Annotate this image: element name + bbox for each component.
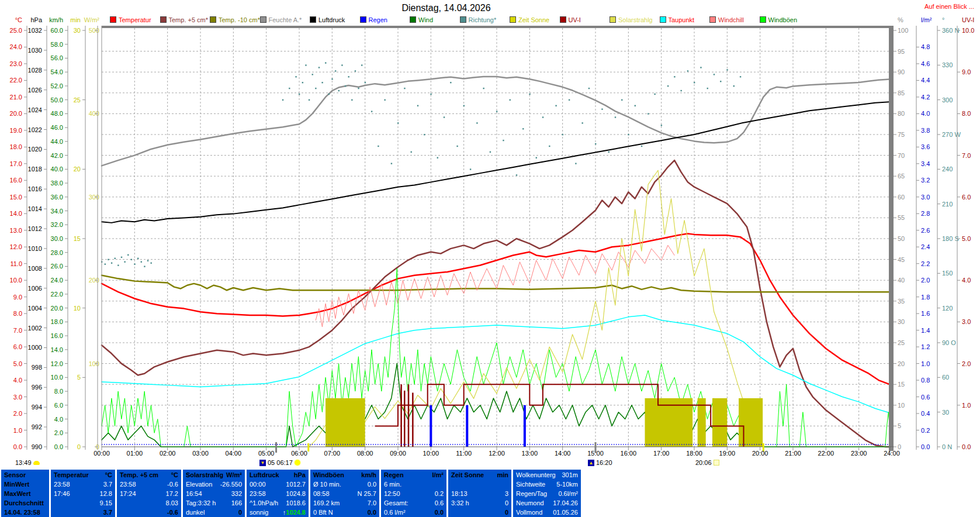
- table-row: 0 Bft N0.0: [310, 508, 379, 517]
- table-cell-value: 0.0: [368, 481, 376, 488]
- table-row: LuftdruckhPa: [247, 470, 309, 480]
- x-axis-hour-label: 24:00: [884, 450, 900, 457]
- table-row: MaxWert: [1, 489, 49, 498]
- table-row: Regenl/m²: [381, 470, 446, 480]
- table-row: 23:583.7: [51, 480, 115, 489]
- table-cell: 23:58: [120, 480, 136, 489]
- x-axis-hour-label: 23:00: [851, 450, 867, 457]
- x-axis-hour-label: 14:00: [555, 450, 571, 457]
- sunset-outline-icon: [714, 460, 719, 466]
- weather-station-day-view: Dienstag, 14.04.2026 Auf einen Blick ...…: [0, 0, 980, 517]
- sun-cloud-icon: [33, 461, 40, 465]
- table-cell: Solarstrahlg: [186, 470, 223, 480]
- table-row: 6 min.: [381, 480, 446, 489]
- moonrise-icon: ▲: [588, 460, 594, 466]
- x-axis-hour-label: 21:00: [785, 450, 801, 457]
- sensor-column-temp-5-cm: Temp. +5 cm°C23:58-0.617:2417.28.03-0.6: [117, 470, 181, 517]
- plot-area[interactable]: [102, 26, 892, 447]
- table-cell: km/h: [361, 470, 376, 480]
- marker-time-label: 16:20: [596, 459, 612, 466]
- table-cell: 301m: [562, 470, 578, 480]
- x-axis-hour-label: 04:00: [226, 450, 242, 457]
- table-row: 16:54332: [183, 489, 245, 498]
- sensor-column-temperatur: Temperatur°C23:583.717:4612.89.153.7: [51, 470, 115, 517]
- x-axis-hour-label: 06:00: [291, 450, 307, 457]
- table-cell: 17.2: [166, 489, 178, 498]
- table-row: Zeit Sonnemin: [448, 470, 511, 480]
- table-cell-value: N 25.7: [358, 490, 376, 497]
- day-time-marker: 13:49: [15, 459, 40, 466]
- table-cell: MaxWert: [4, 489, 31, 498]
- table-cell: ↑1024.8: [283, 508, 306, 517]
- table-cell: Regen: [384, 470, 404, 480]
- table-cell: Neumond: [516, 498, 544, 508]
- table-row: 9.15: [51, 498, 115, 508]
- table-cell: 0.0: [368, 508, 376, 517]
- table-cell: ^1.0hPa/h: [250, 498, 278, 508]
- table-cell-value: 0: [505, 509, 508, 516]
- table-row: 00:001012.7: [247, 480, 309, 489]
- table-cell-value: 0: [505, 499, 508, 506]
- table-cell: 08:58: [313, 489, 330, 498]
- marker-time-label: 20:06: [695, 459, 712, 466]
- table-cell: dunkel: [186, 508, 205, 517]
- table-cell: Temperatur: [54, 470, 89, 480]
- marker-time-label: 05 06:17: [268, 459, 293, 466]
- table-row: 17:4612.8: [51, 489, 115, 498]
- table-cell: 00:00: [250, 480, 266, 489]
- table-row: Tag:3:32 h166: [183, 498, 245, 508]
- x-axis-hour-label: 01:00: [127, 450, 143, 457]
- table-cell-value: -26.550: [220, 481, 242, 488]
- x-axis-hour-label: 02:00: [160, 450, 176, 457]
- astro-info-column: Wolkenunterg301mSichtweite5-10kmRegen/Ta…: [513, 470, 581, 517]
- x-axis-hour-label: 22:00: [818, 450, 834, 457]
- table-cell: 0: [505, 498, 508, 508]
- x-axis-hour-label: 05:00: [258, 450, 275, 457]
- table-cell: 16:54: [186, 489, 202, 498]
- x-axis-hour-label: 07:00: [324, 450, 341, 457]
- table-row: MinWert: [1, 480, 49, 489]
- table-row: 8.03: [117, 498, 181, 508]
- table-cell: Sichtweite: [516, 480, 545, 489]
- table-cell: -26.550: [220, 480, 242, 489]
- table-cell: -0.6: [167, 480, 178, 489]
- day-time-marker: ▲16:20: [588, 459, 612, 466]
- table-cell: 23:58: [54, 480, 70, 489]
- table-cell: 12.8: [100, 489, 112, 498]
- table-cell: N 25.7: [358, 489, 376, 498]
- table-cell: 7.0: [368, 498, 376, 508]
- table-row: 14.04. 23:58: [1, 508, 49, 517]
- table-cell-value: 1012.7: [286, 481, 306, 488]
- table-row: 0: [448, 508, 511, 517]
- table-cell: 17:24: [120, 489, 136, 498]
- table-cell: 14.04. 23:58: [4, 508, 40, 517]
- table-cell: Zeit Sonne: [451, 470, 484, 480]
- table-row: ^1.0hPa/h1018.6: [247, 498, 309, 508]
- table-cell-value: 1024.8: [286, 490, 306, 497]
- table-cell: Durchschnitt: [4, 498, 44, 508]
- table-cell: 0.2: [435, 489, 444, 498]
- table-cell-value: 8.03: [166, 499, 178, 506]
- table-cell: 01.05.26: [553, 508, 578, 517]
- table-cell-value: 166: [231, 499, 242, 506]
- table-row: 18:133: [448, 489, 511, 498]
- table-row: Sichtweite5-10km: [513, 480, 581, 489]
- table-cell-value: 1024.8: [286, 509, 306, 516]
- table-cell: 1024.8: [286, 489, 306, 498]
- table-cell-value: 3: [505, 490, 508, 497]
- table-row: -0.6: [117, 508, 181, 517]
- table-cell-value: 332: [231, 490, 242, 497]
- x-axis-hour-label: 15:00: [587, 450, 604, 457]
- table-row: Temperatur°C: [51, 470, 115, 480]
- table-row: 3:32 h0: [448, 498, 511, 508]
- table-cell: 0 Bft N: [313, 508, 333, 517]
- table-cell: W/m²: [226, 470, 242, 480]
- table-cell: 0: [238, 508, 242, 517]
- table-row: 12:500.2: [381, 489, 446, 498]
- x-axis-hour-label: 08:00: [357, 450, 373, 457]
- table-row: Vollmond01.05.26: [513, 508, 581, 517]
- table-row: 169.2 km7.0: [310, 498, 379, 508]
- sun-icon: [295, 460, 300, 466]
- table-cell: Ø 10 min.: [313, 480, 341, 489]
- table-cell: 0.0: [368, 480, 376, 489]
